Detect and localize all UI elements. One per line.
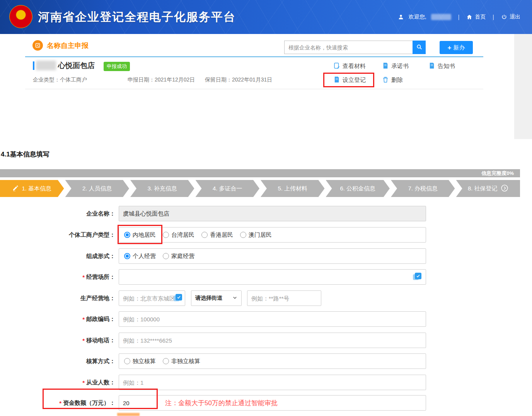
postal-code-label-text: 邮政编码： xyxy=(86,316,115,323)
action-view-materials[interactable]: 查看材料 xyxy=(333,62,366,70)
action-delete[interactable]: 删除 xyxy=(382,76,403,84)
company-name-redacted xyxy=(36,61,56,70)
action-view-materials-label: 查看材料 xyxy=(343,63,366,70)
search-button[interactable] xyxy=(413,41,426,54)
item-separator xyxy=(25,89,483,89)
document-icon xyxy=(382,62,389,70)
tab-basic-info[interactable]: 1. 基本信息 xyxy=(0,180,64,197)
capital-amount-label-text: 资金数额（万元）： xyxy=(63,399,115,407)
tab-social-security[interactable]: 8. 社保登记 xyxy=(456,180,520,197)
action-delete-label: 删除 xyxy=(391,76,403,84)
status-badge: 申报成功 xyxy=(104,62,130,71)
radio-selected-icon xyxy=(124,253,130,259)
tab-upload-materials-label: 5. 上传材料 xyxy=(278,185,307,192)
tab-housing-fund[interactable]: 6. 公积金信息 xyxy=(326,180,390,197)
action-promise-letter-label: 承诺书 xyxy=(391,63,409,70)
completeness-bar: 信息完整度0% xyxy=(0,169,520,177)
new-application-button[interactable]: + 新办 xyxy=(440,41,473,54)
radio-icon xyxy=(163,232,169,238)
tab-personnel-info[interactable]: 2. 人员信息 xyxy=(65,180,130,197)
user-icon xyxy=(398,14,404,20)
row-production-place: 生产经营地： 请选择街道 xyxy=(0,290,520,306)
company-name-label: 企业名称： xyxy=(0,206,115,221)
radio-macao-resident-label: 澳门居民 xyxy=(249,231,272,239)
business-place-input[interactable] xyxy=(119,269,426,285)
item-accent-bar xyxy=(33,61,34,70)
employees-input[interactable] xyxy=(119,375,426,390)
household-type-label-text: 个体工商户类型： xyxy=(69,231,115,239)
document-edit-icon xyxy=(333,62,340,70)
street-address-input[interactable] xyxy=(247,290,321,306)
section-header: 名称自主申报 xyxy=(32,40,89,51)
radio-non-independent-accounting[interactable]: 非独立核算 xyxy=(163,358,200,365)
header-divider: | xyxy=(456,14,462,20)
edit-badge-icon xyxy=(32,40,43,51)
composition-group: 个人经营 家庭经营 xyxy=(119,248,426,264)
chevron-right-circle-icon xyxy=(501,184,508,193)
mobile-phone-input[interactable] xyxy=(119,333,426,348)
home-link[interactable]: 首页 xyxy=(466,14,486,20)
radio-individual-operation[interactable]: 个人经营 xyxy=(124,253,156,260)
action-promise-letter[interactable]: 承诺书 xyxy=(382,62,409,70)
row-postal-code: * 邮政编码： xyxy=(0,311,520,327)
required-star: * xyxy=(82,316,85,323)
household-type-group: 内地居民 台湾居民 香港居民 澳门居民 xyxy=(119,227,426,243)
radio-selected-icon xyxy=(124,232,130,238)
household-type-label: 个体工商户类型： xyxy=(0,227,115,243)
district-picker-icon[interactable] xyxy=(174,294,182,302)
row-capital-amount: * 资金数额（万元）： 注：金额大于50万的禁止通过智能审批 xyxy=(0,395,520,411)
radio-macao-resident[interactable]: 澳门居民 xyxy=(240,231,272,239)
search-icon xyxy=(416,44,423,51)
mobile-phone-label-text: 移动电话： xyxy=(86,337,115,344)
document-icon xyxy=(333,76,340,84)
header-divider: | xyxy=(490,14,496,20)
tab-personnel-info-label: 2. 人员信息 xyxy=(82,185,112,192)
radio-mainland-resident[interactable]: 内地居民 xyxy=(124,231,156,239)
row-mobile-phone: * 移动电话： xyxy=(0,333,520,348)
logout-link[interactable]: 退出 xyxy=(501,14,520,20)
tab-tax-info-label: 7. 办税信息 xyxy=(408,185,438,192)
radio-individual-operation-label: 个人经营 xyxy=(133,253,156,260)
accounting-method-label: 核算方式： xyxy=(0,353,115,369)
accounting-method-group: 独立核算 非独立核算 xyxy=(119,353,426,369)
radio-family-operation-label: 家庭经营 xyxy=(171,253,194,260)
company-search-input[interactable] xyxy=(284,41,413,54)
tab-multi-cert[interactable]: 4. 多证合一 xyxy=(196,180,260,197)
radio-family-operation[interactable]: 家庭经营 xyxy=(163,253,194,260)
action-setup-registration[interactable]: 设立登记 xyxy=(333,76,366,84)
action-notice-letter-label: 告知书 xyxy=(438,63,455,70)
radio-icon xyxy=(163,253,169,259)
tab-tax-info[interactable]: 7. 办税信息 xyxy=(391,180,455,197)
username-redacted xyxy=(431,14,451,20)
meta-company-type: 企业类型：个体工商户 xyxy=(33,76,87,83)
action-setup-registration-label: 设立登记 xyxy=(343,76,366,84)
row-accounting-method: 核算方式： 独立核算 非独立核算 xyxy=(0,353,520,369)
street-select[interactable]: 请选择街道 xyxy=(191,290,242,306)
step-tabs: 1. 基本信息 2. 人员信息 3. 补充信息 4. 多证合一 5. 上传材料 … xyxy=(0,180,520,197)
tab-upload-materials[interactable]: 5. 上传材料 xyxy=(261,180,325,197)
business-place-label-text: 经营场所： xyxy=(86,273,115,281)
screenshot-root: 河南省企业登记全程电子化服务平台 欢迎您, | 首页 | 退出 xyxy=(0,0,532,416)
postal-code-input[interactable] xyxy=(119,311,426,327)
new-application-label: 新办 xyxy=(453,44,465,51)
company-name-input[interactable] xyxy=(119,206,426,221)
radio-icon xyxy=(240,232,246,238)
pencil-icon xyxy=(12,185,19,192)
radio-mainland-resident-label: 内地居民 xyxy=(133,231,156,239)
tab-supplement-info-label: 3. 补充信息 xyxy=(147,185,177,192)
action-notice-letter[interactable]: 告知书 xyxy=(428,62,455,70)
radio-non-independent-accounting-label: 非独立核算 xyxy=(171,358,200,365)
radio-hongkong-resident[interactable]: 香港居民 xyxy=(201,231,233,239)
radio-taiwan-resident[interactable]: 台湾居民 xyxy=(163,231,194,239)
required-star: * xyxy=(82,379,85,386)
radio-independent-accounting[interactable]: 独立核算 xyxy=(124,358,156,365)
row-household-type: 个体工商户类型： 内地居民 台湾居民 香港居民 澳门居民 xyxy=(0,227,520,243)
radio-hongkong-resident-label: 香港居民 xyxy=(210,231,233,239)
doc-section-heading: 4.1基本信息填写 xyxy=(1,150,49,159)
home-icon xyxy=(466,14,472,20)
tab-multi-cert-label: 4. 多证合一 xyxy=(213,185,242,192)
tab-supplement-info[interactable]: 3. 补充信息 xyxy=(130,180,194,197)
header-underline xyxy=(25,56,483,57)
address-picker-icon[interactable] xyxy=(413,273,421,281)
production-place-label-text: 生产经营地： xyxy=(80,295,115,302)
